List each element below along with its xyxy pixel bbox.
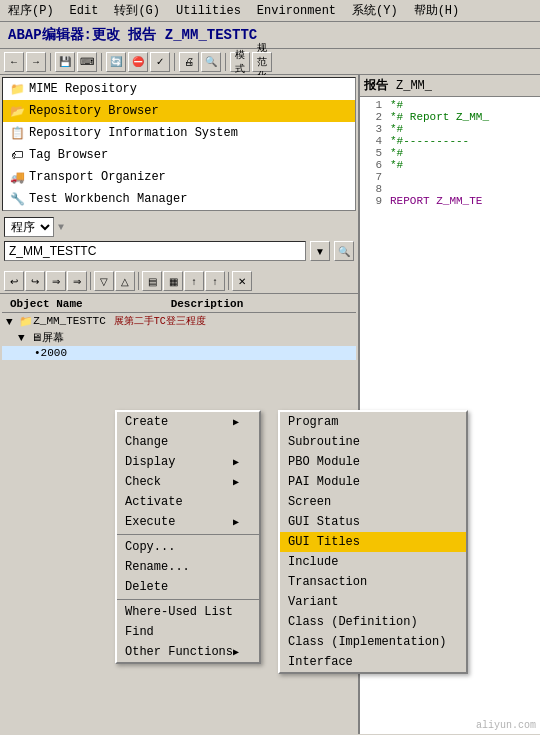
tree-screen-name: 屏幕 bbox=[42, 330, 64, 345]
find-button[interactable]: 🔍 bbox=[201, 52, 221, 72]
format-button[interactable]: 规范化 bbox=[252, 52, 272, 72]
object-toolbar: ↩ ↪ ⇒ ⇒ ▽ △ ▤ ▦ ↑ ↑ ✕ bbox=[0, 269, 358, 294]
ctx-whereused[interactable]: Where-Used List bbox=[117, 602, 259, 622]
search-button[interactable]: 🔍 bbox=[334, 241, 354, 261]
mime-repo-icon: 📁 bbox=[9, 81, 25, 97]
nav-test-workbench[interactable]: 🔧 Test Workbench Manager bbox=[3, 188, 355, 210]
ctx-other[interactable]: Other Functions ▶ bbox=[117, 642, 259, 662]
code-line-6: 6 *# bbox=[362, 159, 538, 171]
obj-close-btn[interactable]: ✕ bbox=[232, 271, 252, 291]
nav-repo-browser[interactable]: 📂 Repository Browser bbox=[3, 100, 355, 122]
obj-action3-btn[interactable]: ↑ bbox=[184, 271, 204, 291]
ctx2-guistatus[interactable]: GUI Status bbox=[280, 512, 466, 532]
ctx-create[interactable]: Create ▶ bbox=[117, 412, 259, 432]
history-button[interactable]: ▼ bbox=[310, 241, 330, 261]
back-button[interactable]: ← bbox=[4, 52, 24, 72]
obj-sep3 bbox=[228, 272, 229, 290]
input-row: ▼ 🔍 bbox=[4, 241, 354, 261]
ctx2-classimpl[interactable]: Class (Implementation) bbox=[280, 632, 466, 652]
obj-fwd-btn[interactable]: ↪ bbox=[25, 271, 45, 291]
code-line-9: 9 REPORT Z_MM_TE bbox=[362, 195, 538, 207]
obj-action2-btn[interactable]: ▦ bbox=[163, 271, 183, 291]
ctx-sep2 bbox=[117, 599, 259, 600]
ctx2-transaction[interactable]: Transaction bbox=[280, 572, 466, 592]
sep1 bbox=[50, 53, 51, 71]
obj-expand-btn[interactable]: △ bbox=[115, 271, 135, 291]
refresh-button[interactable]: 🔄 bbox=[106, 52, 126, 72]
ctx-display[interactable]: Display ▶ bbox=[117, 452, 259, 472]
ctx2-classdef[interactable]: Class (Definition) bbox=[280, 612, 466, 632]
tree-row-screen[interactable]: ▼ 🖥 屏幕 bbox=[2, 329, 356, 346]
ctx-change[interactable]: Change bbox=[117, 432, 259, 452]
nav-tree: 📁 MIME Repository 📂 Repository Browser 📋… bbox=[2, 77, 356, 211]
ctx2-variant[interactable]: Variant bbox=[280, 592, 466, 612]
obj-back-btn[interactable]: ↩ bbox=[4, 271, 24, 291]
code-line-1: 1 *# bbox=[362, 99, 538, 111]
check-button[interactable]: ✓ bbox=[150, 52, 170, 72]
code-header-value: Z_MM_ bbox=[396, 79, 432, 93]
ctx-rename[interactable]: Rename... bbox=[117, 557, 259, 577]
nav-tag-browser[interactable]: 🏷 Tag Browser bbox=[3, 144, 355, 166]
code-header: 报告 Z_MM_ bbox=[360, 75, 540, 97]
ctx2-screen[interactable]: Screen bbox=[280, 492, 466, 512]
ctx2-interface[interactable]: Interface bbox=[280, 652, 466, 672]
menu-environment[interactable]: Environment bbox=[253, 3, 340, 19]
obj-nav2-btn[interactable]: ⇒ bbox=[67, 271, 87, 291]
ctx-check[interactable]: Check ▶ bbox=[117, 472, 259, 492]
ctx-copy[interactable]: Copy... bbox=[117, 537, 259, 557]
stop-button[interactable]: ⛔ bbox=[128, 52, 148, 72]
nav-mime-repo[interactable]: 📁 MIME Repository bbox=[3, 78, 355, 100]
form-area: 程序 ▼ ▼ 🔍 bbox=[0, 213, 358, 269]
obj-collapse-btn[interactable]: ▽ bbox=[94, 271, 114, 291]
nav-repo-info[interactable]: 📋 Repository Information System bbox=[3, 122, 355, 144]
ctx2-subroutine[interactable]: Subroutine bbox=[280, 432, 466, 452]
ctx2-program[interactable]: Program bbox=[280, 412, 466, 432]
obj-sep2 bbox=[138, 272, 139, 290]
print-button[interactable]: 🖨 bbox=[179, 52, 199, 72]
obj-action4-btn[interactable]: ↑ bbox=[205, 271, 225, 291]
code-line-5: 5 *# bbox=[362, 147, 538, 159]
obj-action1-btn[interactable]: ▤ bbox=[142, 271, 162, 291]
menu-edit[interactable]: Edit bbox=[66, 3, 103, 19]
code-line-2: 2 *# Report Z_MM_ bbox=[362, 111, 538, 123]
obj-sep bbox=[90, 272, 91, 290]
program-input[interactable] bbox=[4, 241, 306, 261]
menu-program[interactable]: 程序(P) bbox=[4, 1, 58, 20]
code-line-4: 4 *#---------- bbox=[362, 135, 538, 147]
ctx-activate[interactable]: Activate bbox=[117, 492, 259, 512]
obj-nav1-btn[interactable]: ⇒ bbox=[46, 271, 66, 291]
tree-2000-name: 2000 bbox=[41, 347, 67, 359]
header-desc: Description bbox=[167, 297, 248, 311]
context-menu-l2: Program Subroutine PBO Module PAI Module… bbox=[278, 410, 468, 674]
type-select[interactable]: 程序 bbox=[4, 217, 54, 237]
watermark: aliyun.com bbox=[476, 720, 536, 731]
tree-expand-icon: ▼ 📁 bbox=[6, 315, 33, 328]
shortcut-button[interactable]: ⌨ bbox=[77, 52, 97, 72]
code-line-3: 3 *# bbox=[362, 123, 538, 135]
tree-row-root[interactable]: ▼ 📁 Z_MM_TESTTC 展第二手TC登三程度 bbox=[2, 313, 356, 329]
tree-row-2000[interactable]: • 2000 bbox=[2, 346, 356, 360]
tree-root-name: Z_MM_TESTTC bbox=[33, 315, 106, 327]
header-name: Object Name bbox=[6, 297, 87, 311]
nav-transport-organizer[interactable]: 🚚 Transport Organizer bbox=[3, 166, 355, 188]
ctx-execute[interactable]: Execute ▶ bbox=[117, 512, 259, 532]
menu-goto[interactable]: 转到(G) bbox=[110, 1, 164, 20]
repo-browser-icon: 📂 bbox=[9, 103, 25, 119]
ctx2-guititle[interactable]: GUI Titles bbox=[280, 532, 466, 552]
menu-utilities[interactable]: Utilities bbox=[172, 3, 245, 19]
ctx-find[interactable]: Find bbox=[117, 622, 259, 642]
ctx2-paimodule[interactable]: PAI Module bbox=[280, 472, 466, 492]
ctx2-include[interactable]: Include bbox=[280, 552, 466, 572]
other-arrow: ▶ bbox=[233, 646, 239, 658]
menubar: 程序(P) Edit 转到(G) Utilities Environment 系… bbox=[0, 0, 540, 22]
mode-button[interactable]: 模式 bbox=[230, 52, 250, 72]
select-row: 程序 ▼ bbox=[4, 217, 354, 237]
menu-system[interactable]: 系统(Y) bbox=[348, 1, 402, 20]
save-button[interactable]: 💾 bbox=[55, 52, 75, 72]
ctx2-pbomodule[interactable]: PBO Module bbox=[280, 452, 466, 472]
menu-help[interactable]: 帮助(H) bbox=[410, 1, 464, 20]
forward-button[interactable]: → bbox=[26, 52, 46, 72]
ctx-delete[interactable]: Delete bbox=[117, 577, 259, 597]
sep3 bbox=[174, 53, 175, 71]
tree-2000-icon: • bbox=[34, 347, 41, 359]
